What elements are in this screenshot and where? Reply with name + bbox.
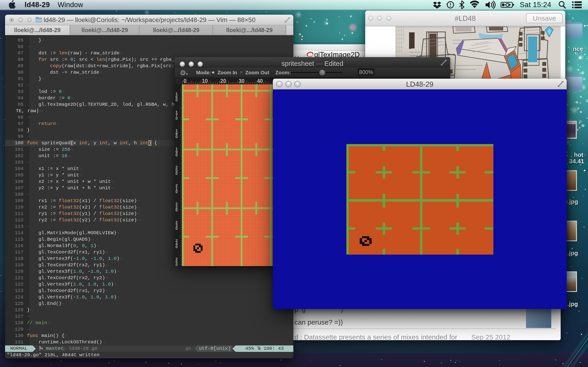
svg-text:10: 10 (202, 78, 208, 84)
svg-text:30: 30 (239, 78, 245, 84)
svg-text:20: 20 (220, 78, 226, 84)
svg-text:!: ! (450, 2, 451, 8)
svg-text:0: 0 (183, 78, 187, 84)
svg-text:40: 40 (257, 78, 263, 84)
